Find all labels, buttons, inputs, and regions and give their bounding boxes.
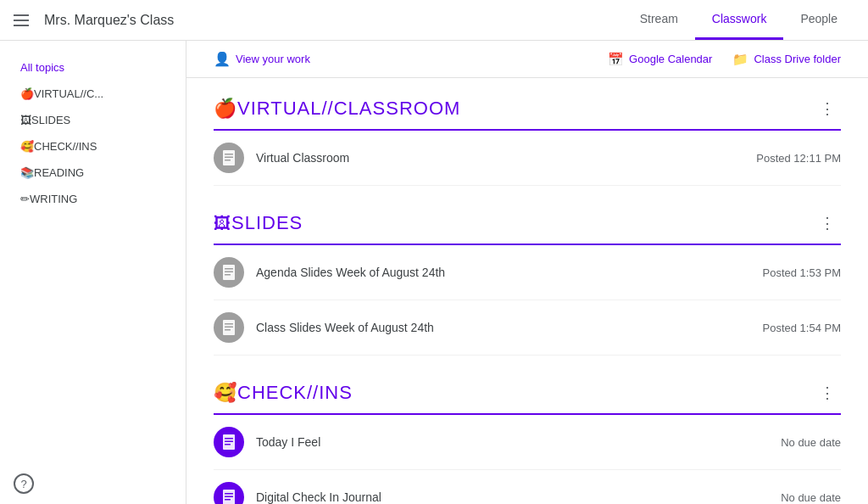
checkins-more-button[interactable]: ⋮ <box>814 379 841 406</box>
main-layout: All topics 🍎VIRTUAL//C... 🖼SLIDES 🥰CHECK… <box>0 41 868 504</box>
section-slides: 🖼SLIDES ⋮ Agenda Slides Week of August 2… <box>186 193 868 356</box>
svg-rect-2 <box>225 157 233 159</box>
help-button[interactable]: ? <box>14 473 34 494</box>
calendar-icon: 📅 <box>608 52 624 67</box>
person-icon: 👤 <box>214 51 231 67</box>
item-icon-purple <box>214 427 244 457</box>
svg-rect-14 <box>225 441 233 443</box>
svg-rect-10 <box>225 327 233 328</box>
table-row[interactable]: Agenda Slides Week of August 24th Posted… <box>214 245 841 300</box>
tab-stream[interactable]: Stream <box>623 0 695 40</box>
table-row[interactable]: Digital Check In Journal No due date <box>214 470 841 504</box>
item-meta: No due date <box>781 491 841 504</box>
table-row[interactable]: Today I Feel No due date <box>214 415 841 470</box>
item-meta: Posted 12:11 PM <box>756 152 841 165</box>
svg-rect-9 <box>225 323 233 325</box>
item-meta: Posted 1:53 PM <box>763 266 842 279</box>
svg-rect-18 <box>225 496 233 498</box>
item-label: Digital Check In Journal <box>256 490 767 504</box>
section-title-checkins: 🥰CHECK//INS <box>214 382 814 404</box>
menu-icon[interactable] <box>14 10 34 31</box>
svg-rect-13 <box>225 438 233 440</box>
sidebar-item-writing[interactable]: ✏WRITING <box>0 186 186 212</box>
class-drive-folder-button[interactable]: 📁 Class Drive folder <box>732 52 841 67</box>
section-header-virtual-classroom: 🍎VIRTUAL//CLASSROOM ⋮ <box>214 78 841 131</box>
table-row[interactable]: Class Slides Week of August 24th Posted … <box>214 300 841 356</box>
page-title: Mrs. Marquez's Class <box>44 13 174 28</box>
virtual-classroom-more-button[interactable]: ⋮ <box>814 95 841 122</box>
item-meta: No due date <box>781 436 841 449</box>
svg-rect-15 <box>225 444 231 445</box>
svg-rect-6 <box>225 272 233 273</box>
virtual-classroom-emoji: 🍎 <box>214 98 237 119</box>
sidebar-footer: ? <box>14 473 34 494</box>
section-title-slides: 🖼SLIDES <box>214 212 814 234</box>
assignment-icon <box>221 434 236 451</box>
section-header-slides: 🖼SLIDES ⋮ <box>214 193 841 245</box>
sidebar: All topics 🍎VIRTUAL//C... 🖼SLIDES 🥰CHECK… <box>0 41 186 504</box>
classwork-toolbar: 👤 View your work 📅 Google Calendar 📁 Cla… <box>186 41 868 78</box>
section-title-virtual-classroom: 🍎VIRTUAL//CLASSROOM <box>214 98 814 120</box>
table-row[interactable]: Virtual Classroom Posted 12:11 PM <box>214 131 841 186</box>
doc-icon <box>221 149 236 166</box>
checkins-emoji: 🥰 <box>214 382 237 403</box>
item-label: Virtual Classroom <box>256 151 743 165</box>
slides-more-button[interactable]: ⋮ <box>814 210 841 237</box>
folder-icon: 📁 <box>732 52 748 67</box>
item-icon-gray <box>214 257 244 288</box>
tab-people[interactable]: People <box>783 0 854 40</box>
sidebar-item-virtual-classroom[interactable]: 🍎VIRTUAL//C... <box>0 81 186 107</box>
sidebar-item-slides[interactable]: 🖼SLIDES <box>0 107 186 133</box>
section-header-checkins: 🥰CHECK//INS ⋮ <box>214 362 841 415</box>
svg-rect-17 <box>225 493 233 495</box>
item-label: Agenda Slides Week of August 24th <box>256 266 749 279</box>
tab-classwork[interactable]: Classwork <box>695 0 784 40</box>
assignment-icon <box>221 489 236 504</box>
doc-icon <box>221 264 236 281</box>
google-calendar-button[interactable]: 📅 Google Calendar <box>608 52 712 67</box>
section-virtual-classroom: 🍎VIRTUAL//CLASSROOM ⋮ Virtual Classroom … <box>186 78 868 186</box>
item-label: Class Slides Week of August 24th <box>256 321 749 334</box>
header: Mrs. Marquez's Class Stream Classwork Pe… <box>0 0 868 41</box>
sidebar-item-checkins[interactable]: 🥰CHECK//INS <box>0 133 186 160</box>
svg-rect-11 <box>225 329 231 331</box>
view-your-work-button[interactable]: 👤 View your work <box>214 51 310 67</box>
section-checkins: 🥰CHECK//INS ⋮ Today I Feel No due date <box>186 362 868 504</box>
sidebar-item-reading[interactable]: 📚READING <box>0 160 186 186</box>
svg-rect-1 <box>225 154 233 155</box>
header-nav: Stream Classwork People <box>623 0 854 40</box>
svg-rect-7 <box>225 274 231 276</box>
svg-rect-5 <box>225 268 233 270</box>
main-content: 👤 View your work 📅 Google Calendar 📁 Cla… <box>186 41 868 504</box>
sidebar-item-all-topics[interactable]: All topics <box>0 54 186 81</box>
slides-emoji: 🖼 <box>214 214 231 232</box>
item-icon-gray <box>214 312 244 343</box>
item-meta: Posted 1:54 PM <box>763 322 842 334</box>
doc-icon <box>221 319 236 336</box>
svg-rect-3 <box>225 160 231 161</box>
item-icon-purple <box>214 482 244 504</box>
item-label: Today I Feel <box>256 435 767 449</box>
svg-rect-19 <box>225 499 231 501</box>
item-icon-gray <box>214 143 244 173</box>
